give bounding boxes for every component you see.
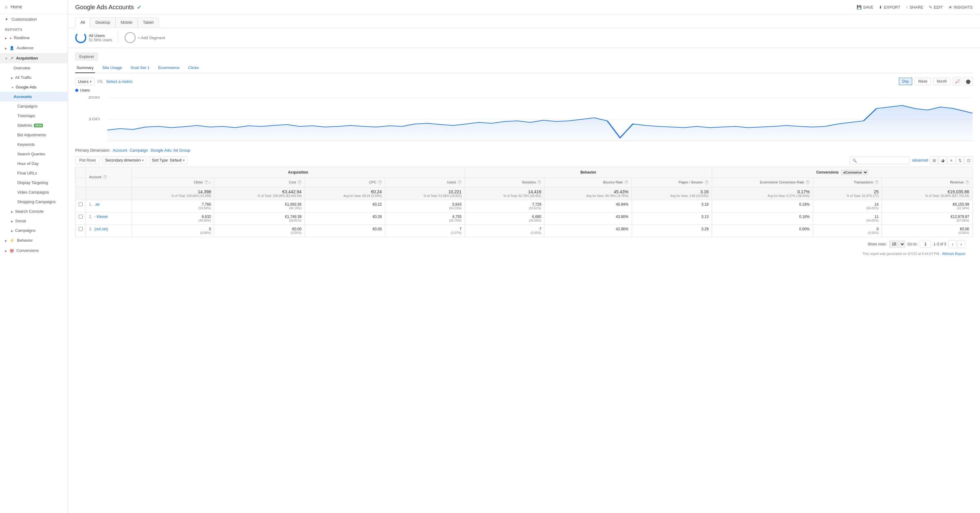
- all-users-segment[interactable]: All Users 51.56% Users: [75, 32, 112, 43]
- insights-button[interactable]: INSIGHTS: [948, 5, 973, 10]
- revenue-info-icon[interactable]: ?: [965, 180, 969, 184]
- sidebar-item-search-queries[interactable]: Search Queries: [0, 149, 68, 159]
- list-view-button[interactable]: ≡: [947, 156, 955, 164]
- day-button[interactable]: Day: [899, 78, 912, 85]
- grid-view-button[interactable]: ⊞: [930, 156, 938, 164]
- row-account-link-1[interactable]: - Klewer: [94, 214, 108, 219]
- pie-chart-button[interactable]: ⬤: [964, 77, 973, 86]
- go-to-input[interactable]: [920, 241, 931, 248]
- behavior-group[interactable]: Behavior: [0, 235, 68, 245]
- secondary-dimension-select[interactable]: Secondary dimension: [102, 156, 146, 164]
- sidebar-item-treemaps[interactable]: Treemaps: [0, 111, 68, 121]
- save-button[interactable]: SAVE: [857, 5, 873, 10]
- sidebar-item-google-ads[interactable]: Google Ads: [0, 82, 68, 92]
- advanced-link[interactable]: advanced: [912, 158, 928, 162]
- acquisition-icon: [10, 56, 14, 60]
- ecommerce-conv-info-icon[interactable]: ?: [806, 180, 810, 184]
- save-label: SAVE: [863, 5, 873, 10]
- row-account-link-2[interactable]: (not set): [94, 227, 108, 231]
- accounts-label: Accounts: [14, 94, 32, 99]
- tab-all[interactable]: All: [75, 17, 90, 28]
- row-checkbox-input-1[interactable]: [79, 214, 83, 219]
- sort-type-select[interactable]: Sort Type: Default: [149, 156, 188, 164]
- export-button[interactable]: EXPORT: [879, 5, 900, 10]
- row-clicks-2: 0(0.00%): [131, 225, 214, 237]
- compare-view-button[interactable]: ⇅: [956, 156, 964, 164]
- audience-group[interactable]: Audience: [0, 43, 68, 53]
- tab-summary[interactable]: Summary: [75, 64, 95, 73]
- sidebar-item-search-console[interactable]: Search Console: [0, 206, 68, 216]
- sidebar-item-campaigns2[interactable]: Campaigns: [0, 226, 68, 235]
- export-icon: [879, 5, 882, 10]
- tab-site-usage[interactable]: Site Usage: [101, 64, 123, 73]
- prev-page-button[interactable]: ‹: [948, 240, 956, 248]
- users-header: Users ?: [385, 178, 465, 187]
- users-info-icon[interactable]: ?: [458, 180, 461, 184]
- pivot-view-button[interactable]: ⊡: [964, 156, 973, 164]
- metric-select[interactable]: Users: [75, 78, 95, 86]
- add-segment-button[interactable]: + Add Segment: [124, 32, 165, 43]
- sidebar-item-video-campaigns[interactable]: Video Campaigns: [0, 187, 68, 197]
- tab-mobile[interactable]: Mobile: [115, 17, 138, 27]
- tab-clicks[interactable]: Clicks: [187, 64, 200, 73]
- sidebar-item-keywords[interactable]: Keywords: [0, 140, 68, 149]
- next-page-button[interactable]: ›: [957, 240, 965, 248]
- clicks-sort-icon[interactable]: [209, 180, 211, 184]
- sidebar-item-sitelinks[interactable]: Sitelinks NEW: [0, 121, 68, 130]
- sidebar-item-all-traffic[interactable]: All Traffic: [0, 73, 68, 82]
- sidebar-item-bid-adjustments[interactable]: Bid Adjustments: [0, 130, 68, 140]
- account-dimension-link[interactable]: Account: [113, 148, 127, 152]
- search-input[interactable]: [858, 158, 908, 162]
- bounce-rate-info-icon[interactable]: ?: [624, 180, 628, 184]
- row-checkbox-1[interactable]: [76, 213, 86, 225]
- tab-ecommerce[interactable]: Ecommerce: [157, 64, 181, 73]
- tab-desktop[interactable]: Desktop: [90, 17, 115, 27]
- refresh-report-link[interactable]: Refresh Report: [942, 252, 965, 256]
- acquisition-label: Acquisition: [16, 56, 38, 60]
- acquisition-group[interactable]: Acquisition: [0, 53, 68, 63]
- cost-info-icon[interactable]: ?: [298, 180, 302, 184]
- pie-view-button[interactable]: ◕: [939, 156, 947, 164]
- clicks-info-icon[interactable]: ?: [204, 180, 208, 184]
- row-checkbox-2[interactable]: [76, 225, 86, 237]
- sidebar-item-shopping-campaigns[interactable]: Shopping Campaigns: [0, 197, 68, 206]
- tab-tablet[interactable]: Tablet: [138, 17, 159, 27]
- edit-icon: [929, 5, 932, 10]
- show-rows-select[interactable]: 10 25 50 100 500: [889, 240, 905, 248]
- row-checkbox-0[interactable]: [76, 200, 86, 213]
- google-ads-ad-group-link[interactable]: Google Ads: Ad Group: [151, 148, 190, 152]
- campaign-dimension-link[interactable]: Campaign: [129, 148, 148, 152]
- customization-nav[interactable]: Customization: [0, 14, 68, 25]
- edit-button[interactable]: EDIT: [929, 5, 943, 10]
- sidebar-item-hour-of-day[interactable]: Hour of Day: [0, 159, 68, 168]
- total-cost: €3,442.94 % of Total: 100.00% (€3,442.94…: [214, 187, 305, 200]
- sidebar-item-social[interactable]: Social: [0, 216, 68, 226]
- realtime-group[interactable]: Realtime: [0, 33, 68, 43]
- total-sessions-pct: % of Total: 50.76% (28,401): [468, 194, 541, 198]
- cpc-info-icon[interactable]: ?: [378, 180, 382, 184]
- row-checkbox-input-2[interactable]: [79, 227, 83, 231]
- week-button[interactable]: Week: [915, 78, 931, 85]
- sidebar-item-final-urls[interactable]: Final URLs: [0, 168, 68, 178]
- sessions-info-icon[interactable]: ?: [537, 180, 541, 184]
- total-transactions: 25 % of Total: 32.47% (77): [813, 187, 882, 200]
- line-chart-button[interactable]: 📈: [953, 77, 961, 86]
- plot-rows-button[interactable]: Plot Rows: [75, 156, 100, 164]
- tab-goal-set-1[interactable]: Goal Set 1: [129, 64, 151, 73]
- sidebar-item-campaigns[interactable]: Campaigns: [0, 102, 68, 111]
- sidebar-item-accounts[interactable]: Accounts: [0, 92, 68, 102]
- transactions-info-icon[interactable]: ?: [875, 180, 878, 184]
- conversions-dropdown[interactable]: eCommerce: [841, 170, 868, 175]
- month-button[interactable]: Month: [934, 78, 950, 85]
- share-button[interactable]: SHARE: [906, 5, 923, 10]
- row-account-0: 1. .ee: [86, 200, 132, 213]
- sidebar-item-display-targeting[interactable]: Display Targeting: [0, 178, 68, 187]
- pages-session-info-icon[interactable]: ?: [705, 180, 709, 184]
- row-account-link-0[interactable]: .ee: [94, 202, 100, 206]
- sidebar-item-overview[interactable]: Overview: [0, 63, 68, 73]
- account-info-icon[interactable]: ?: [103, 175, 107, 179]
- home-nav[interactable]: Home: [0, 0, 68, 14]
- conversions-group[interactable]: Conversions: [0, 245, 68, 256]
- select-metric-link[interactable]: Select a metric: [106, 79, 133, 84]
- row-checkbox-input-0[interactable]: [79, 202, 83, 206]
